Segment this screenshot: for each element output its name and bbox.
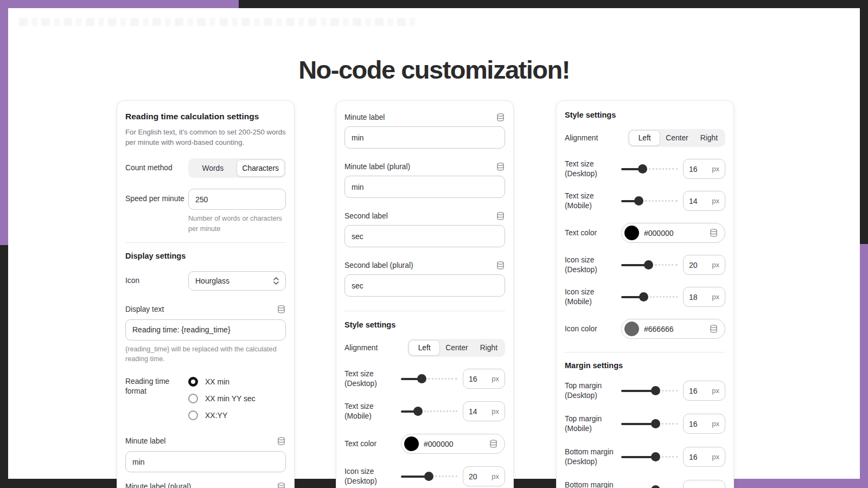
alignment-option-right[interactable]: Right — [474, 340, 504, 356]
text-size-mobile-slider[interactable] — [401, 407, 457, 416]
slider-knob[interactable] — [638, 164, 647, 174]
icon-field-row: Icon Hourglass — [125, 271, 286, 291]
text-color-picker[interactable]: #000000 — [621, 223, 725, 243]
dynamic-source-icon[interactable] — [496, 162, 505, 171]
top-margin-mobile-input[interactable]: 16 px — [683, 414, 725, 434]
alignment-label: Alignment — [565, 133, 628, 143]
icon-size-mobile-slider[interactable] — [621, 292, 678, 302]
card-label-style-settings: Minute label Minute label (plural) Secon… — [336, 100, 514, 488]
alignment-option-right[interactable]: Right — [694, 130, 724, 146]
slider-track — [435, 476, 457, 477]
text-size-desktop-slider[interactable] — [401, 374, 457, 384]
field-sublabel: (Mobile) — [565, 297, 621, 307]
format-option-xx-min-yy-sec[interactable]: XX min YY sec — [188, 394, 286, 403]
section-heading: Reading time calculation settings — [125, 112, 286, 121]
icon-size-desktop-input[interactable]: 20 px — [683, 255, 725, 275]
unit: px — [712, 420, 719, 428]
dynamic-source-icon[interactable] — [277, 482, 286, 488]
alignment-segmented: Left Center Right — [628, 129, 725, 147]
alignment-option-left[interactable]: Left — [409, 340, 440, 356]
radio-icon[interactable] — [188, 410, 198, 420]
field-sublabel: (Desktop) — [344, 477, 401, 486]
slider-fill — [621, 296, 641, 298]
slider-track — [662, 423, 678, 425]
second-label-plural-input[interactable] — [344, 274, 505, 297]
minute-label-label: Minute label — [344, 113, 385, 121]
bottom-margin-desktop-label: Bottom margin (Desktop) — [565, 447, 621, 467]
dynamic-source-icon[interactable] — [709, 228, 718, 237]
second-label-input[interactable] — [344, 225, 505, 247]
unit: px — [712, 165, 719, 173]
display-text-input[interactable] — [125, 319, 286, 341]
top-margin-desktop-slider[interactable] — [621, 386, 678, 396]
margin-settings-heading: Margin settings — [565, 361, 725, 370]
bottom-margin-desktop-slider[interactable] — [621, 452, 678, 462]
dynamic-source-icon[interactable] — [496, 113, 505, 122]
icon-size-mobile-input[interactable]: 18 px — [683, 287, 725, 307]
icon-select[interactable]: Hourglass — [188, 271, 286, 291]
slider-knob[interactable] — [413, 407, 423, 416]
radio-icon[interactable] — [188, 394, 198, 403]
format-option-xx-yy[interactable]: XX:YY — [188, 410, 286, 420]
field-label: Bottom margin — [565, 480, 621, 488]
slider-track — [649, 168, 678, 170]
alignment-option-left[interactable]: Left — [629, 130, 660, 146]
icon-size-desktop-input[interactable]: 20 px — [463, 466, 505, 486]
text-size-mobile-input[interactable]: 14 px — [463, 401, 505, 421]
icon-color-picker[interactable]: #666666 — [621, 319, 725, 339]
format-option-xx-min[interactable]: XX min — [188, 377, 286, 387]
slider-knob[interactable] — [651, 419, 660, 428]
top-margin-desktop-input[interactable]: 16 px — [683, 381, 725, 401]
speed-per-minute-input[interactable] — [188, 189, 286, 210]
count-method-option-characters[interactable]: Characters — [237, 159, 285, 177]
text-size-desktop-input[interactable]: 16 px — [463, 369, 505, 389]
top-margin-mobile-slider[interactable] — [621, 419, 678, 429]
slider-knob[interactable] — [651, 452, 660, 461]
minute-label-input[interactable] — [125, 451, 286, 472]
minute-label-plural-input[interactable] — [344, 176, 505, 198]
value: 20 — [469, 472, 477, 481]
count-method-option-words[interactable]: Words — [189, 159, 237, 177]
divider — [565, 352, 725, 352]
value: 16 — [689, 420, 698, 428]
dynamic-source-icon[interactable] — [496, 211, 505, 221]
unit: px — [492, 375, 499, 383]
dynamic-source-icon[interactable] — [277, 305, 286, 314]
dynamic-source-icon[interactable] — [709, 324, 718, 333]
text-color-picker[interactable]: #000000 — [401, 434, 505, 454]
slider-knob[interactable] — [417, 374, 426, 383]
field-label: Top margin — [565, 414, 621, 424]
dynamic-source-icon[interactable] — [277, 436, 286, 446]
second-label-plural-label: Second label (plural) — [344, 261, 413, 269]
dynamic-source-icon[interactable] — [489, 439, 498, 448]
dynamic-source-icon[interactable] — [496, 261, 505, 270]
slider-knob[interactable] — [424, 472, 433, 481]
color-hex-value: #666666 — [644, 325, 674, 333]
text-size-desktop-input[interactable]: 16 px — [683, 159, 725, 179]
color-swatch[interactable] — [624, 226, 639, 240]
slider-knob[interactable] — [651, 485, 660, 488]
minute-label-plural-label-row: Minute label (plural) — [125, 482, 286, 488]
radio-selected-icon[interactable] — [188, 377, 198, 387]
color-swatch[interactable] — [404, 436, 419, 451]
bottom-margin-mobile-slider[interactable] — [621, 485, 678, 488]
bottom-margin-mobile-input[interactable] — [683, 480, 725, 488]
bottom-margin-desktop-input[interactable]: 16 px — [683, 447, 725, 467]
text-color-row: Text color #000000 — [565, 223, 725, 243]
text-size-mobile-input[interactable]: 14 px — [683, 191, 725, 211]
slider-knob[interactable] — [644, 260, 653, 269]
slider-knob[interactable] — [634, 196, 643, 206]
alignment-option-center[interactable]: Center — [660, 130, 693, 146]
icon-size-desktop-slider[interactable] — [401, 472, 457, 481]
alignment-option-center[interactable]: Center — [440, 340, 473, 356]
slider-knob[interactable] — [639, 292, 648, 301]
text-size-mobile-slider[interactable] — [621, 196, 678, 206]
radio-label: XX min YY sec — [205, 394, 256, 403]
color-swatch[interactable] — [624, 322, 639, 336]
minute-label-input[interactable] — [344, 126, 505, 149]
text-size-desktop-slider[interactable] — [621, 164, 678, 174]
minute-label-plural-label: Minute label (plural) — [125, 483, 191, 488]
slider-track — [645, 200, 678, 202]
icon-size-desktop-slider[interactable] — [621, 260, 678, 270]
slider-knob[interactable] — [651, 386, 660, 395]
